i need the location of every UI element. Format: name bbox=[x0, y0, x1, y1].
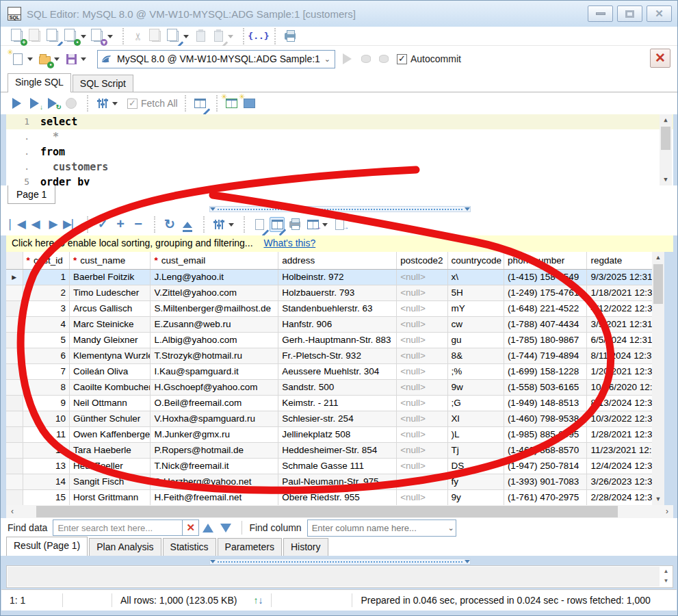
query-options-icon[interactable] bbox=[95, 96, 110, 111]
find-data-input[interactable] bbox=[53, 519, 183, 536]
cell-countrycode[interactable]: ;G bbox=[447, 395, 504, 411]
table-row[interactable]: 15Horst GrittmannH.Feith@freemail.netObe… bbox=[6, 489, 653, 505]
cell-postcode2[interactable]: <null> bbox=[397, 426, 447, 442]
editor-scrollbar-thumb[interactable] bbox=[661, 127, 670, 150]
table-row[interactable]: 7Coileán OlivaI.Kau@spamguard.itAeussere… bbox=[6, 363, 653, 379]
cell-cust_email[interactable]: P.Ropers@hotmail.de bbox=[151, 442, 278, 458]
cell-cust_id[interactable]: 10 bbox=[23, 411, 69, 426]
cell-cust_name[interactable]: Horst Grittmann bbox=[69, 489, 151, 505]
cell-phonenumber[interactable]: (1-249) 175-4761 bbox=[504, 285, 587, 300]
tab-sql-script[interactable]: SQL Script bbox=[73, 75, 133, 92]
copy-special-dropdown[interactable] bbox=[183, 35, 189, 41]
cell-countrycode[interactable]: 9w bbox=[447, 379, 504, 395]
cell-address[interactable]: Schmale Gasse 111 bbox=[278, 458, 397, 474]
grid-print-icon[interactable] bbox=[287, 217, 302, 232]
save-dropdown[interactable] bbox=[81, 57, 86, 64]
cell-phonenumber[interactable]: (1-393) 901-7083 bbox=[504, 474, 587, 489]
cell-phonenumber[interactable]: (1-648) 221-4522 bbox=[504, 300, 587, 316]
save-copy-icon[interactable]: ▾ bbox=[90, 29, 105, 44]
close-button[interactable]: ✕ bbox=[647, 5, 672, 22]
cell-address[interactable]: Jellinekplatz 508 bbox=[278, 426, 397, 442]
tab-plan-analysis[interactable]: Plan Analysis bbox=[89, 538, 161, 556]
inline-edit-icon[interactable] bbox=[270, 217, 285, 232]
cell-countrycode[interactable]: 8& bbox=[447, 348, 504, 363]
cell-phonenumber[interactable]: (1-985) 885-8095 bbox=[504, 426, 587, 442]
export-file-icon[interactable]: → bbox=[332, 217, 347, 232]
cell-countrycode[interactable]: gu bbox=[447, 332, 504, 348]
cell-regdate[interactable]: 11/23/2021 12: bbox=[587, 442, 653, 458]
cell-address[interactable]: Sandstr. 500 bbox=[278, 379, 397, 395]
table-row[interactable]: 10Günther SchulerV.Hoxha@spamguard.ruSch… bbox=[6, 411, 653, 426]
new-window-icon[interactable]: ✳ bbox=[242, 96, 257, 111]
connection-combobox[interactable]: MySQL 8.0 @ VM-W10-MYSQL:ADG Sample:1 ⌄ bbox=[97, 50, 335, 68]
cell-cust_name[interactable]: Neil Ottmann bbox=[69, 395, 151, 411]
cell-regdate[interactable]: 2/28/2024 12:3 bbox=[587, 489, 653, 505]
tab-history[interactable]: History bbox=[283, 538, 328, 556]
first-row-icon[interactable]: ◀ bbox=[10, 217, 25, 232]
cell-cust_name[interactable]: Marc Steinicke bbox=[69, 316, 151, 332]
cell-cust_id[interactable]: 4 bbox=[23, 316, 69, 332]
cell-postcode2[interactable]: <null> bbox=[397, 348, 447, 363]
close-query-button[interactable]: ✕ bbox=[650, 49, 670, 68]
tab-statistics[interactable]: Statistics bbox=[163, 538, 216, 556]
column-header-countrycode[interactable]: countrycode bbox=[447, 252, 504, 269]
cell-regdate[interactable]: 1/20/2021 12:3 bbox=[587, 363, 653, 379]
cell-countrycode[interactable]: 5H bbox=[447, 285, 504, 300]
cell-regdate[interactable]: 6/5/2024 12:31 bbox=[587, 332, 653, 348]
cell-countrycode[interactable]: 9y bbox=[447, 489, 504, 505]
cell-phonenumber[interactable]: (1-415) 158-1549 bbox=[504, 269, 587, 285]
cell-regdate[interactable]: 9/3/2025 12:31 bbox=[587, 269, 653, 285]
scroll-up-icon[interactable]: ▲ bbox=[652, 252, 664, 264]
cell-regdate[interactable]: 8/11/2024 12:3 bbox=[587, 348, 653, 363]
cell-phonenumber[interactable]: (1-947) 250-7814 bbox=[504, 458, 587, 474]
cell-phonenumber[interactable]: (1-468) 368-8570 bbox=[504, 442, 587, 458]
apply-icon[interactable]: ✓ bbox=[95, 217, 110, 232]
sql-editor[interactable]: 1select. *.from. customers5order by ▲ ▼ bbox=[6, 114, 673, 185]
cell-regdate[interactable]: 10/3/2022 12:3 bbox=[587, 411, 653, 426]
cell-cust_email[interactable]: L.Albig@yahoo.com bbox=[151, 332, 278, 348]
tab-single-sql[interactable]: Single SQL bbox=[8, 73, 71, 92]
cell-address[interactable]: Aeussere Muehlstr. 304 bbox=[278, 363, 397, 379]
cell-cust_name[interactable]: Timo Ludescher bbox=[69, 285, 151, 300]
cell-countrycode[interactable]: DS bbox=[447, 458, 504, 474]
cell-address[interactable]: Heddesheimer-Str. 854 bbox=[278, 442, 397, 458]
find-next-button[interactable] bbox=[220, 524, 231, 538]
cell-cust_email[interactable]: M.Junker@gmx.ru bbox=[151, 426, 278, 442]
cell-phonenumber[interactable]: (1-788) 407-4434 bbox=[504, 316, 587, 332]
cell-postcode2[interactable]: <null> bbox=[397, 489, 447, 505]
cell-cust_id[interactable]: 8 bbox=[23, 379, 69, 395]
table-row[interactable]: 2Timo LudescherV.Zittel@yahoo.comHolzbau… bbox=[6, 285, 653, 300]
cell-cust_email[interactable]: H.Gschoepf@yahoo.com bbox=[151, 379, 278, 395]
next-row-icon[interactable]: ▶ bbox=[46, 217, 61, 232]
cell-phonenumber[interactable]: (1-949) 148-8513 bbox=[504, 395, 587, 411]
open-folder-icon[interactable]: • bbox=[37, 51, 52, 66]
minimize-button[interactable] bbox=[588, 5, 613, 22]
scroll-left-icon[interactable]: ‹ bbox=[6, 505, 18, 518]
cell-postcode2[interactable]: <null> bbox=[397, 395, 447, 411]
cell-address[interactable]: Hanfstr. 906 bbox=[278, 316, 397, 332]
table-row[interactable]: 5Mandy GleixnerL.Albig@yahoo.comGerh.-Ha… bbox=[6, 332, 653, 348]
message-scrollbar[interactable]: ▲ ▼ bbox=[660, 567, 672, 587]
cell-cust_name[interactable]: Coileán Oliva bbox=[69, 363, 151, 379]
save-icon[interactable] bbox=[64, 51, 79, 66]
maximize-button[interactable] bbox=[617, 5, 642, 22]
scroll-right-icon[interactable]: › bbox=[661, 505, 673, 518]
column-header-phonenumber[interactable]: phonenumber bbox=[504, 252, 587, 269]
cell-cust_email[interactable]: T.Nick@freemail.it bbox=[151, 458, 278, 474]
cell-regdate[interactable]: 4/12/2022 12:3 bbox=[587, 300, 653, 316]
cell-postcode2[interactable]: <null> bbox=[397, 300, 447, 316]
splitter-top[interactable] bbox=[209, 206, 471, 212]
column-header-cust_email[interactable]: *cust_email bbox=[151, 252, 278, 269]
run-fetch-icon[interactable]: ↓ bbox=[28, 96, 43, 111]
hscrollbar-thumb[interactable] bbox=[36, 506, 618, 517]
tab-parameters[interactable]: Parameters bbox=[218, 538, 282, 556]
cell-cust_name[interactable]: Tara Haeberle bbox=[69, 442, 151, 458]
query-options-dropdown[interactable] bbox=[112, 102, 118, 108]
previous-row-icon[interactable]: ◀ bbox=[28, 217, 43, 232]
schedule-copy-dropdown[interactable] bbox=[81, 35, 86, 41]
cell-countrycode[interactable]: Xl bbox=[447, 411, 504, 426]
scroll-down-icon[interactable]: ▼ bbox=[660, 174, 672, 185]
cell-regdate[interactable]: 10/16/2020 12: bbox=[587, 379, 653, 395]
cell-cust_email[interactable]: H.Feith@freemail.net bbox=[151, 489, 278, 505]
cell-address[interactable]: Obere Riedstr. 955 bbox=[278, 489, 397, 505]
